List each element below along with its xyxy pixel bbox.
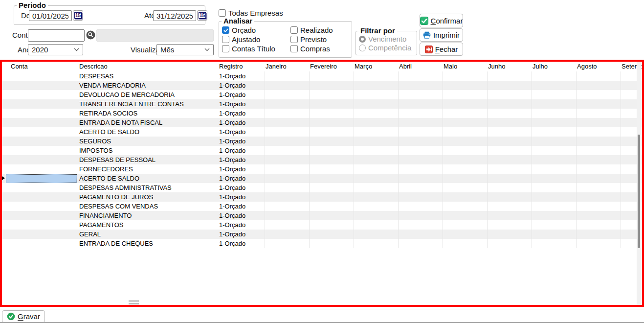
table-row[interactable]: FINANCIAMENTO1-Orçado xyxy=(2,211,644,220)
cell-month[interactable] xyxy=(487,99,532,109)
cell-registro[interactable]: 1-Orçado xyxy=(218,155,265,164)
cell-month[interactable] xyxy=(265,220,309,230)
cell-month[interactable] xyxy=(576,230,621,239)
cell-conta[interactable] xyxy=(6,164,78,174)
cell-month[interactable] xyxy=(487,220,532,230)
cell-month[interactable] xyxy=(532,127,576,137)
table-row[interactable]: DESPESAS ADMINISTRATIVAS1-Orçado xyxy=(2,183,644,192)
cell-registro[interactable]: 1-Orçado xyxy=(218,137,265,146)
cell-month[interactable] xyxy=(532,183,576,192)
cell-month[interactable] xyxy=(265,202,309,211)
cell-descricao[interactable]: DESPESAS ADMINISTRATIVAS xyxy=(78,183,218,192)
date-to-input[interactable] xyxy=(153,10,196,21)
cell-month[interactable] xyxy=(354,146,398,155)
cell-month[interactable] xyxy=(265,183,309,192)
cell-registro[interactable]: 1-Orçado xyxy=(218,239,265,248)
cell-month[interactable] xyxy=(487,164,532,174)
cell-month[interactable] xyxy=(487,71,532,81)
cell-registro[interactable]: 1-Orçado xyxy=(218,211,265,220)
cell-month[interactable] xyxy=(265,118,309,127)
checkbox-realizado[interactable]: Realizado xyxy=(290,26,333,34)
cell-registro[interactable]: 1-Orçado xyxy=(218,220,265,230)
cell-registro[interactable]: 1-Orçado xyxy=(218,192,265,202)
cell-month[interactable] xyxy=(532,192,576,202)
cell-month[interactable] xyxy=(443,71,487,81)
table-row[interactable]: ACERTO DE SALDO1-Orçado xyxy=(2,127,644,137)
cell-month[interactable] xyxy=(576,192,621,202)
cell-month[interactable] xyxy=(354,192,398,202)
cell-month[interactable] xyxy=(576,220,621,230)
cell-month[interactable] xyxy=(265,230,309,239)
imprimir-button[interactable]: Imprimir xyxy=(420,28,463,42)
cell-month[interactable] xyxy=(265,127,309,137)
cell-month[interactable] xyxy=(443,183,487,192)
cell-month[interactable] xyxy=(487,90,532,99)
cell-conta[interactable] xyxy=(6,211,78,220)
cell-descricao[interactable]: PAGAMENTO DE JUROS xyxy=(78,192,218,202)
cell-month[interactable] xyxy=(265,239,309,248)
cell-registro[interactable]: 1-Orçado xyxy=(218,71,265,81)
cell-month[interactable] xyxy=(487,137,532,146)
cell-month[interactable] xyxy=(487,127,532,137)
cell-month[interactable] xyxy=(398,127,443,137)
cell-month[interactable] xyxy=(532,118,576,127)
cell-month[interactable] xyxy=(576,109,621,118)
cell-conta[interactable] xyxy=(6,90,78,99)
cell-conta[interactable] xyxy=(6,183,78,192)
cell-month[interactable] xyxy=(309,155,354,164)
cell-month[interactable] xyxy=(265,211,309,220)
table-row[interactable]: GERAL1-Orçado xyxy=(2,230,644,239)
cell-month[interactable] xyxy=(443,239,487,248)
cell-descricao[interactable]: GERAL xyxy=(78,230,218,239)
checkbox-box[interactable] xyxy=(222,26,229,34)
cell-month[interactable] xyxy=(576,127,621,137)
cell-conta[interactable] xyxy=(6,81,78,90)
cell-month[interactable] xyxy=(354,90,398,99)
cell-registro[interactable]: 1-Orçado xyxy=(218,202,265,211)
cell-month[interactable] xyxy=(398,183,443,192)
radio-vencimento[interactable]: Vencimento xyxy=(359,35,406,43)
cell-month[interactable] xyxy=(354,137,398,146)
cell-month[interactable] xyxy=(398,146,443,155)
checkbox-box[interactable] xyxy=(222,36,229,43)
cell-month[interactable] xyxy=(443,220,487,230)
checkbox-compras[interactable]: Compras xyxy=(290,45,333,53)
cell-month[interactable] xyxy=(576,99,621,109)
cell-conta[interactable] xyxy=(6,109,78,118)
cell-month[interactable] xyxy=(265,137,309,146)
cell-month[interactable] xyxy=(576,183,621,192)
cell-month[interactable] xyxy=(443,81,487,90)
cell-month[interactable] xyxy=(398,137,443,146)
cell-month[interactable] xyxy=(532,211,576,220)
cell-month[interactable] xyxy=(487,109,532,118)
cell-month[interactable] xyxy=(398,109,443,118)
cell-month[interactable] xyxy=(398,81,443,90)
table-row[interactable]: ENTRADA DE CHEQUES1-Orçado xyxy=(2,239,644,248)
cell-month[interactable] xyxy=(487,192,532,202)
cell-month[interactable] xyxy=(443,164,487,174)
cell-month[interactable] xyxy=(354,220,398,230)
cell-month[interactable] xyxy=(532,220,576,230)
cell-month[interactable] xyxy=(532,137,576,146)
gravar-button[interactable]: Gravar xyxy=(2,310,45,323)
cell-month[interactable] xyxy=(354,127,398,137)
cell-month[interactable] xyxy=(265,146,309,155)
cell-descricao[interactable]: DEVOLUCAO DE MERCADORIA xyxy=(78,90,218,99)
cell-month[interactable] xyxy=(265,192,309,202)
cell-month[interactable] xyxy=(443,174,487,183)
cell-registro[interactable]: 1-Orçado xyxy=(218,164,265,174)
ano-select[interactable]: 2020 xyxy=(28,44,83,55)
cell-month[interactable] xyxy=(398,220,443,230)
date-from-calendar-button[interactable]: 15 xyxy=(73,10,83,21)
cell-month[interactable] xyxy=(487,211,532,220)
cell-month[interactable] xyxy=(398,211,443,220)
cell-month[interactable] xyxy=(576,155,621,164)
cell-month[interactable] xyxy=(265,164,309,174)
cell-month[interactable] xyxy=(309,164,354,174)
cell-conta[interactable] xyxy=(6,220,78,230)
cell-conta-selected[interactable] xyxy=(6,174,77,183)
cell-month[interactable] xyxy=(354,164,398,174)
table-row[interactable]: PAGAMENTO DE JUROS1-Orçado xyxy=(2,192,644,202)
cell-descricao[interactable]: ENTRADA DE NOTA FISCAL xyxy=(78,118,218,127)
cell-descricao[interactable]: TRANSFERENCIA ENTRE CONTAS xyxy=(78,99,218,109)
